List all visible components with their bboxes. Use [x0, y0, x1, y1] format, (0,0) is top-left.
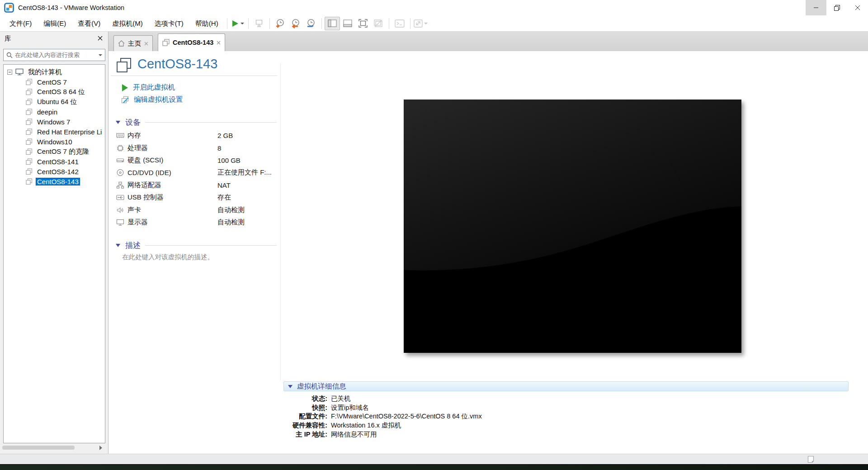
tree-node-vm-selected[interactable]: CentOS8-143 [4, 176, 105, 186]
vm-icon [26, 128, 33, 135]
fullscreen-button[interactable] [355, 17, 371, 30]
show-thumbnail-bar-icon [343, 19, 352, 27]
snapshot-manager-button[interactable] [303, 17, 319, 30]
menu-tabs[interactable]: 选项卡(T) [149, 16, 189, 31]
device-label: USB 控制器 [127, 193, 217, 202]
tree-node-vm[interactable]: Red Hat Enterprise Li [4, 127, 105, 137]
device-value: 正在使用文件 F:... [217, 168, 272, 177]
power-on-button[interactable] [230, 17, 245, 30]
show-library-button[interactable] [325, 17, 340, 30]
search-input[interactable] [15, 52, 96, 58]
fit-guest-display-button[interactable] [413, 17, 429, 30]
library-close-button[interactable] [96, 34, 104, 42]
vm-details-section: 虚拟机详细信息 状态: 已关机 快照: 设置ip和域名 配置文件: F:\VMw… [283, 381, 849, 439]
detail-value: F:\VMware\CentOS8-2022-5-6\CentOS 8 64 位… [331, 412, 482, 421]
vm-details-header[interactable]: 虚拟机详细信息 [283, 381, 849, 391]
take-snapshot-icon [275, 19, 285, 28]
unity-mode-button[interactable] [371, 17, 386, 30]
send-to-device-button[interactable] [251, 17, 267, 30]
tab-close-icon[interactable] [144, 42, 148, 46]
window-title: CentOS8-143 - VMware Workstation [18, 0, 124, 15]
vm-icon [26, 109, 33, 115]
tree-item-label: CentOS 7 的克隆 [36, 147, 90, 156]
vm-icon [26, 168, 33, 175]
menu-file[interactable]: 文件(F) [4, 16, 38, 31]
vmware-logo-icon [4, 3, 14, 13]
description-section-header[interactable]: 描述 [116, 240, 277, 251]
library-title: 库 [5, 34, 11, 43]
edit-vm-settings-link[interactable]: 编辑虚拟机设置 [121, 95, 183, 104]
device-row-memory[interactable]: 内存 2 GB [116, 129, 311, 142]
fit-options-caret-icon[interactable] [424, 23, 428, 24]
tree-node-vm[interactable]: Windows 7 [4, 117, 105, 127]
home-icon [118, 40, 125, 47]
device-value: 自动检测 [217, 206, 245, 214]
device-row-usb[interactable]: USB 控制器 存在 [116, 191, 311, 204]
device-value: 100 GB [217, 157, 241, 164]
detail-label: 主 IP 地址: [288, 430, 327, 439]
search-dropdown-caret-icon[interactable] [99, 54, 102, 56]
tab-vm-active[interactable]: CentOS8-143 [158, 33, 225, 51]
network-adapter-icon [116, 181, 124, 189]
menu-help[interactable]: 帮助(H) [189, 16, 224, 31]
tree-item-label: CentOS8-142 [36, 168, 80, 176]
tab-home[interactable]: 主页 [113, 35, 153, 51]
tree-node-vm[interactable]: Ubuntu 64 位 [4, 97, 105, 107]
take-snapshot-button[interactable] [273, 17, 288, 30]
virtual-console-button[interactable] [392, 17, 407, 30]
sidebar-horizontal-scrollbar[interactable] [1, 445, 105, 451]
device-row-harddisk[interactable]: 硬盘 (SCSI) 100 GB [116, 154, 311, 166]
menu-view[interactable]: 查看(V) [72, 16, 106, 31]
vm-console-preview[interactable] [404, 100, 741, 353]
tree-node-vm[interactable]: CentOS8-142 [4, 166, 105, 176]
tree-node-vm[interactable]: Windows10 [4, 137, 105, 147]
vm-icon [26, 119, 33, 125]
vm-icon [26, 158, 33, 165]
device-row-cd-dvd[interactable]: CD/DVD (IDE) 正在使用文件 F:... [116, 166, 311, 179]
vm-page-icon [116, 57, 132, 73]
tree-node-vm[interactable]: CentOS8-141 [4, 157, 105, 166]
tree-node-vm[interactable]: CentOS 7 [4, 77, 105, 87]
tree-node-vm[interactable]: deepin [4, 107, 105, 117]
device-row-sound[interactable]: 声卡 自动检测 [116, 204, 311, 216]
message-log-icon[interactable] [807, 456, 814, 463]
tree-item-label: CentOS 8 64 位 [36, 88, 86, 96]
restore-button[interactable] [826, 0, 847, 15]
device-row-display[interactable]: 显示器 自动检测 [116, 216, 311, 228]
device-list: 内存 2 GB 处理器 8 硬盘 (SCSI) 100 GB [116, 129, 311, 228]
devices-section-header[interactable]: 设备 [116, 117, 277, 128]
description-placeholder[interactable]: 在此处键入对该虚拟机的描述。 [122, 253, 214, 261]
tree-node-vm[interactable]: CentOS 7 的克隆 [4, 147, 105, 157]
vm-details-rows: 状态: 已关机 快照: 设置ip和域名 配置文件: F:\VMware\Cent… [283, 394, 849, 439]
tree-node-vm[interactable]: CentOS 8 64 位 [4, 87, 105, 97]
vm-icon [26, 138, 33, 145]
close-button[interactable] [847, 0, 868, 15]
minimize-button[interactable] [806, 0, 826, 15]
detail-label: 硬件兼容性: [288, 421, 327, 430]
collapse-icon[interactable] [7, 70, 12, 75]
show-thumbnail-bar-button[interactable] [340, 17, 355, 30]
toolbar-separator [227, 18, 227, 29]
device-row-processor[interactable]: 处理器 8 [116, 142, 311, 154]
snapshot-manager-icon [306, 19, 316, 28]
power-on-vm-link[interactable]: 开启此虚拟机 [122, 83, 175, 92]
scrollbar-right-arrow-icon[interactable] [99, 446, 102, 450]
tab-home-label: 主页 [128, 39, 141, 48]
tree-root-label: 我的计算机 [27, 68, 63, 76]
scrollbar-thumb[interactable] [2, 446, 75, 450]
detail-row-hw-compat: 硬件兼容性: Workstation 16.x 虚拟机 [288, 421, 849, 430]
tree-node-my-computer[interactable]: 我的计算机 [4, 67, 105, 77]
revert-snapshot-button[interactable] [288, 17, 303, 30]
section-rule [145, 245, 277, 246]
library-search-box[interactable] [3, 49, 105, 61]
device-value: 2 GB [217, 132, 233, 139]
play-icon [122, 84, 128, 91]
tab-close-icon[interactable] [217, 41, 221, 45]
virtual-console-icon [395, 19, 405, 28]
menu-vm[interactable]: 虚拟机(M) [106, 16, 149, 31]
library-sidebar: 库 我的计算机 CentOS 7 [0, 32, 108, 454]
menu-edit[interactable]: 编辑(E) [38, 16, 72, 31]
device-row-network[interactable]: 网络适配器 NAT [116, 179, 311, 191]
power-options-caret-icon[interactable] [241, 23, 244, 24]
show-library-icon [328, 19, 337, 27]
